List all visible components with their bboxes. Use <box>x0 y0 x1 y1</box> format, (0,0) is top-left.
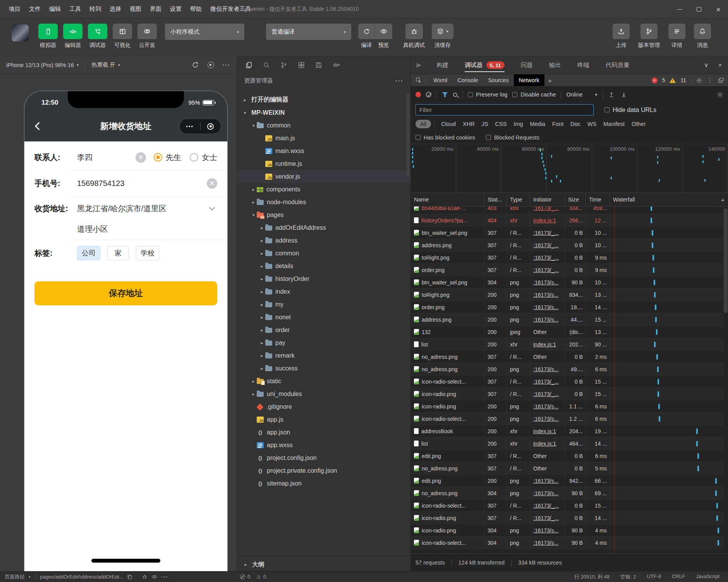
tab-console[interactable]: Console <box>452 74 483 86</box>
menu-item-8[interactable]: 设置 <box>166 3 186 15</box>
type-filter-ws[interactable]: WS <box>584 120 600 128</box>
table-row[interactable]: b544d3ba-a1ae-...403xml:16173/_...334...… <box>411 207 723 214</box>
more-icon[interactable] <box>223 62 231 68</box>
network-settings-icon[interactable] <box>717 91 723 98</box>
debug-icon[interactable] <box>142 574 148 580</box>
gear-icon[interactable] <box>696 77 702 84</box>
table-row[interactable]: icon-radio-select...307/ R...:16173/_...… <box>411 375 723 388</box>
preview-button[interactable]: 预览 <box>375 24 392 49</box>
minimize-miniprogram-icon[interactable] <box>201 123 221 130</box>
table-scrollbar[interactable] <box>724 208 728 313</box>
tree-item-app.js[interactable]: app.js <box>237 413 410 426</box>
table-row[interactable]: list200xhrindex.js:1464...14 ... <box>411 437 723 450</box>
tree-item-vendor.js[interactable]: vendor.js <box>237 170 410 183</box>
disable-cache-option[interactable]: Disable cache <box>512 91 556 98</box>
throttling-select[interactable]: Online▼ <box>566 91 598 98</box>
tree-item-common[interactable]: ▾common <box>237 119 410 132</box>
request-initiator[interactable]: :16173/s... <box>533 403 558 410</box>
hide-data-urls-option[interactable]: Hide data URLs <box>604 107 656 114</box>
encoding-indicator[interactable]: UTF-8 <box>647 573 661 580</box>
type-filter-font[interactable]: Font <box>549 120 567 128</box>
tree-item-address[interactable]: ▸address <box>237 234 410 247</box>
menu-item-9[interactable]: 帮助 <box>186 3 206 15</box>
table-row[interactable]: icon-radio-select...307/ R...:16173/_...… <box>411 499 723 512</box>
chevron-down-icon[interactable] <box>209 205 215 211</box>
dock-side-icon[interactable] <box>718 77 724 84</box>
request-initiator[interactable]: :16173/_... <box>533 255 559 261</box>
table-row[interactable]: no_adress.png307/ R...Other0 B2 ms <box>411 351 723 363</box>
search-icon[interactable] <box>263 62 270 69</box>
contact-input[interactable]: 李四 <box>77 152 136 163</box>
mode-select[interactable]: 小程序模式▾ <box>165 24 244 40</box>
clear-contact-icon[interactable] <box>136 152 146 163</box>
request-initiator[interactable]: :16173/s... <box>533 540 558 546</box>
tree-item-uni_modules[interactable]: ▸uni_modules <box>237 387 410 400</box>
tree-item-addOrEditAddress[interactable]: ▸addOrEditAddress <box>237 221 410 234</box>
clear-phone-icon[interactable] <box>207 178 217 189</box>
line-col-indicator[interactable]: 行 20510, 列 49 <box>574 573 610 580</box>
menu-item-4[interactable]: 转到 <box>85 3 105 15</box>
tree-item-sitemap.json[interactable]: sitemap.json <box>237 477 410 490</box>
table-row[interactable]: list200xhrindex.js:1202...90 ... <box>411 338 723 351</box>
column-header-time[interactable]: Time <box>586 193 610 206</box>
tree-item-打开的编辑器[interactable]: ▸打开的编辑器 <box>237 93 410 106</box>
record-icon[interactable] <box>416 92 421 97</box>
save-address-button[interactable]: 保存地址 <box>34 281 217 305</box>
version-control-button[interactable]: 版本管理 <box>638 24 660 49</box>
clear-cache-button[interactable]: ▾ 清缓存 <box>432 24 453 49</box>
tag-option-0[interactable]: 公司 <box>77 246 100 260</box>
eye-icon[interactable] <box>151 574 157 580</box>
request-initiator[interactable]: index.js:1 <box>533 217 556 224</box>
column-header-name[interactable]: Name <box>411 193 484 206</box>
request-initiator[interactable]: :16173/s... <box>533 279 558 286</box>
hot-reload-toggle[interactable]: 热重载 开 <box>91 61 115 69</box>
more-icon[interactable] <box>161 574 168 580</box>
toolbar-模拟器-button[interactable]: 模拟器 <box>36 24 60 49</box>
tree-item-main.wxss[interactable]: main.wxss <box>237 145 410 157</box>
type-filter-cloud[interactable]: Cloud <box>438 120 459 128</box>
toolbar-可视化-button[interactable]: 可视化 <box>110 24 135 49</box>
close-devtools-icon[interactable]: × <box>718 62 722 69</box>
upload-button[interactable]: 上传 <box>613 24 630 49</box>
type-filter-js[interactable]: JS <box>478 120 492 128</box>
menu-item-6[interactable]: 视图 <box>125 3 146 15</box>
column-header-stat[interactable]: Stat... <box>484 193 507 206</box>
tree-item-pages[interactable]: ▾pages <box>237 208 410 221</box>
request-initiator[interactable]: :16173/_... <box>533 391 559 397</box>
minimize-button[interactable] <box>670 0 689 19</box>
outline-section[interactable]: ▸ 大纲 <box>237 558 410 571</box>
details-button[interactable]: 详情 <box>668 24 685 49</box>
phone-input[interactable]: 15698754123 <box>77 179 207 188</box>
files-icon[interactable] <box>246 62 252 69</box>
inspect-element-icon[interactable] <box>416 77 422 83</box>
tree-item-node-modules[interactable]: ▸node-modules <box>237 196 410 208</box>
tree-item-static[interactable]: ▸static <box>237 375 410 387</box>
messages-button[interactable]: 消息 <box>694 24 711 49</box>
table-row[interactable]: icon-radio-select...304png:16173/s...90 … <box>411 537 723 549</box>
type-filter-media[interactable]: Media <box>527 120 549 128</box>
table-row[interactable]: icon-radio.png304png:16173/s...90 B4 ms <box>411 524 723 537</box>
toolbar-云开发-button[interactable]: 云开发 <box>135 24 160 49</box>
request-initiator[interactable]: :16173/_... <box>533 207 559 211</box>
table-row[interactable]: btn_waiter_sel.png307/ R...:16173/_...0 … <box>411 227 723 239</box>
menu-item-1[interactable]: 文件 <box>25 3 45 15</box>
table-row[interactable]: historyOrders?pa...404xhrindex.js:1266..… <box>411 214 723 227</box>
menu-item-2[interactable]: 编辑 <box>45 3 65 15</box>
close-button[interactable]: × <box>709 0 728 19</box>
table-row[interactable]: icon-radio.png200png:16173/s...1.1 ...6 … <box>411 400 723 413</box>
compile-mode-select[interactable]: 普通编译▾ <box>266 24 351 40</box>
radio-male[interactable] <box>154 153 162 162</box>
tree-item-components[interactable]: ▸components <box>237 183 410 196</box>
page-path-value[interactable]: pages/addOrEditAddress/addOrEdi... <box>40 574 124 580</box>
git-branch-icon[interactable] <box>280 62 287 69</box>
table-row[interactable]: order.png307/ R...:16173/_...0 B9 ms <box>411 264 723 276</box>
table-row[interactable]: order.png200png:16173/s...18....14 ... <box>411 301 723 313</box>
save-icon[interactable] <box>315 62 322 69</box>
request-initiator[interactable]: :16173/_... <box>533 515 559 521</box>
request-initiator[interactable]: :16173/s... <box>533 527 558 534</box>
request-initiator[interactable]: index.js:1 <box>533 341 556 348</box>
network-overview-timeline[interactable]: 20000 ms40000 ms60000 ms80000 ms100000 m… <box>411 144 728 193</box>
type-filter-manifest[interactable]: Manifest <box>600 120 628 128</box>
tree-item-runtime.js[interactable]: runtime.js <box>237 157 410 170</box>
toolbar-调试器-button[interactable]: 调试器 <box>85 24 110 49</box>
